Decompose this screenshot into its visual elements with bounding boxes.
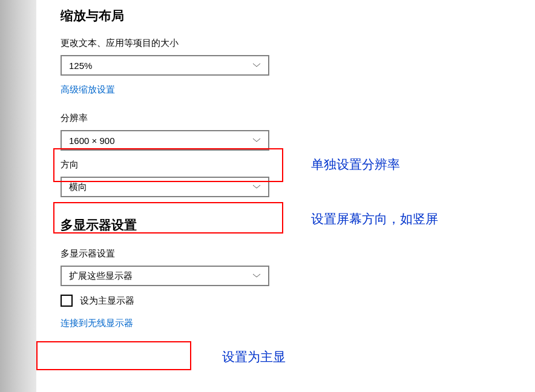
wireless-display-link[interactable]: 连接到无线显示器 — [61, 318, 133, 329]
orientation-dropdown[interactable]: 横向 — [61, 177, 269, 197]
section-scale-layout-title: 缩放与布局 — [61, 7, 535, 24]
multi-display-value: 扩展这些显示器 — [69, 270, 252, 282]
section-multi-display-title: 多显示器设置 — [61, 217, 535, 234]
scale-value: 125% — [69, 60, 252, 71]
chevron-down-icon — [252, 61, 261, 70]
left-edge-shadow — [0, 0, 36, 392]
main-display-checkbox[interactable] — [61, 295, 73, 307]
multi-display-dropdown[interactable]: 扩展这些显示器 — [61, 266, 269, 286]
chevron-down-icon — [252, 183, 261, 191]
chevron-down-icon — [252, 136, 261, 145]
settings-content: 缩放与布局 更改文本、应用等项目的大小 125% 高级缩放设置 分辨率 1600… — [61, 0, 535, 329]
scale-label: 更改文本、应用等项目的大小 — [61, 38, 535, 49]
main-display-row: 设为主显示器 — [61, 295, 535, 307]
scale-dropdown[interactable]: 125% — [61, 55, 269, 76]
resolution-value: 1600 × 900 — [69, 136, 252, 146]
annotation-main-display-text: 设置为主显 — [222, 348, 286, 365]
multi-display-label: 多显示器设置 — [61, 248, 535, 260]
orientation-label: 方向 — [61, 159, 535, 171]
advanced-scale-link[interactable]: 高级缩放设置 — [61, 84, 115, 96]
main-display-label: 设为主显示器 — [80, 295, 134, 307]
annotation-resolution-text: 单独设置分辨率 — [311, 156, 400, 173]
orientation-value: 横向 — [69, 181, 252, 193]
resolution-dropdown[interactable]: 1600 × 900 — [61, 130, 269, 151]
annotation-orientation-text: 设置屏幕方向，如竖屏 — [311, 211, 438, 227]
annotation-box-main-display — [36, 341, 191, 370]
chevron-down-icon — [252, 272, 261, 280]
resolution-label: 分辨率 — [61, 113, 535, 124]
